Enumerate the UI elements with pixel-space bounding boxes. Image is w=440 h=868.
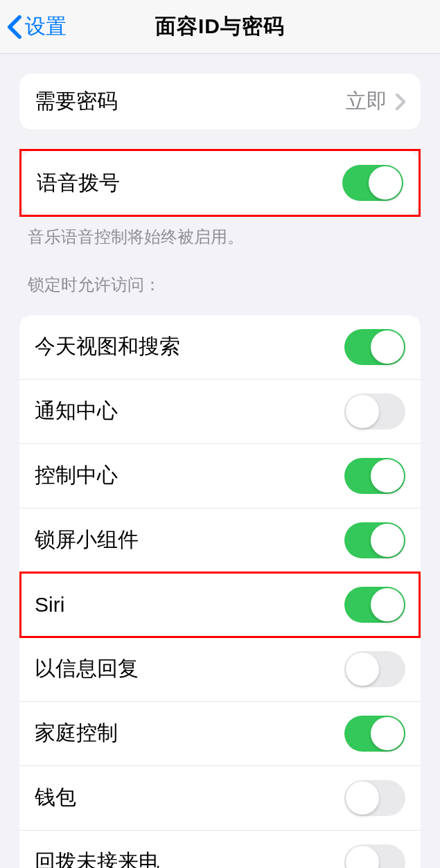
lock-access-toggle[interactable] xyxy=(344,651,405,687)
lock-access-toggle[interactable] xyxy=(344,522,405,558)
toggle-knob xyxy=(346,781,379,815)
toggle-knob xyxy=(371,588,404,621)
voice-dial-footer: 音乐语音控制将始终被启用。 xyxy=(28,225,412,249)
lock-access-toggle[interactable] xyxy=(344,780,405,816)
lock-access-row: 控制中心 xyxy=(19,444,421,508)
lock-access-toggle[interactable] xyxy=(344,329,405,365)
navbar: 设置 面容ID与密码 xyxy=(0,0,440,54)
lock-access-toggle[interactable] xyxy=(344,393,405,429)
lock-access-label: 家庭控制 xyxy=(35,719,118,747)
toggle-knob xyxy=(346,395,379,428)
toggle-knob xyxy=(371,717,404,750)
passcode-group: 需要密码 立即 xyxy=(19,73,421,130)
lock-access-label: 今天视图和搜索 xyxy=(35,333,180,361)
lock-access-label: 回拨未接来电 xyxy=(35,848,159,868)
lock-access-label: 以信息回复 xyxy=(35,655,139,683)
page-title: 面容ID与密码 xyxy=(155,12,285,41)
lock-access-label: 通知中心 xyxy=(35,397,118,425)
lock-access-header: 锁定时允许访问： xyxy=(28,274,412,296)
lock-access-label: Siri xyxy=(35,593,64,617)
lock-access-row: 家庭控制 xyxy=(19,702,421,766)
chevron-left-icon xyxy=(7,15,22,39)
toggle-knob xyxy=(371,330,404,364)
lock-access-label: 钱包 xyxy=(35,783,76,812)
voice-dial-toggle[interactable] xyxy=(342,165,403,201)
voice-dial-group: 语音拨号 xyxy=(21,151,419,215)
lock-access-label: 锁屏小组件 xyxy=(35,526,139,554)
lock-access-row: 通知中心 xyxy=(19,380,421,444)
require-passcode-value: 立即 xyxy=(346,87,387,116)
back-button[interactable]: 设置 xyxy=(7,12,67,41)
lock-access-toggle[interactable] xyxy=(344,716,405,752)
lock-access-row: 钱包 xyxy=(19,766,421,831)
lock-access-row: 锁屏小组件 xyxy=(19,508,421,573)
chevron-right-icon xyxy=(396,94,405,110)
voice-dial-label: 语音拨号 xyxy=(37,169,120,197)
lock-access-toggle[interactable] xyxy=(344,587,405,623)
lock-access-label: 控制中心 xyxy=(35,461,118,490)
toggle-knob xyxy=(346,846,379,868)
lock-access-row: 回拨未接来电 xyxy=(19,831,421,868)
toggle-knob xyxy=(346,653,379,686)
toggle-knob xyxy=(371,524,404,557)
toggle-knob xyxy=(371,459,404,493)
voice-dial-highlight: 语音拨号 xyxy=(19,149,421,217)
lock-access-row: Siri xyxy=(19,573,421,637)
lock-access-toggle[interactable] xyxy=(344,458,405,494)
lock-access-row: 今天视图和搜索 xyxy=(19,315,421,380)
back-label: 设置 xyxy=(25,12,67,41)
lock-access-group: 今天视图和搜索通知中心控制中心锁屏小组件Siri以信息回复家庭控制钱包回拨未接来… xyxy=(19,315,421,868)
lock-access-toggle[interactable] xyxy=(344,844,405,868)
lock-access-row: 以信息回复 xyxy=(19,637,421,702)
toggle-knob xyxy=(369,166,402,200)
voice-dial-row: 语音拨号 xyxy=(21,151,419,215)
require-passcode-row[interactable]: 需要密码 立即 xyxy=(19,73,421,130)
require-passcode-label: 需要密码 xyxy=(35,87,118,116)
